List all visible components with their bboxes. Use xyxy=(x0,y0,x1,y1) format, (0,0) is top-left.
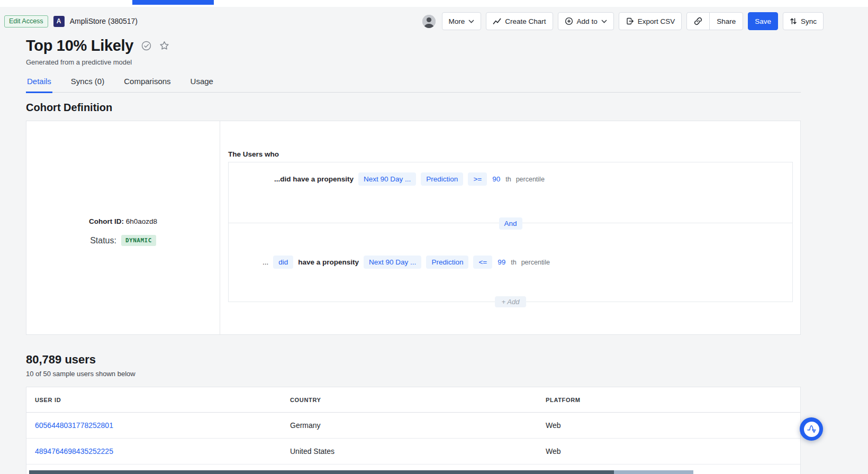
cohort-status-line: Status: DYNAMIC xyxy=(26,235,220,246)
condition-row: ...did have a propensityNext 90 Day ...P… xyxy=(274,172,545,186)
horizontal-scrollbar-thumb[interactable] xyxy=(29,470,614,474)
sync-arrows-icon xyxy=(790,17,797,25)
cohort-id-value: 6h0aozd8 xyxy=(126,217,157,225)
condition-token-muted: percentile xyxy=(521,259,550,266)
condition-token-pill[interactable]: Next 90 Day ... xyxy=(364,256,421,269)
condition-row: ...didhave a propensityNext 90 Day ...Pr… xyxy=(263,256,550,269)
amplitude-logo-icon xyxy=(804,422,819,437)
user-avatar[interactable] xyxy=(422,15,436,28)
workspace-avatar[interactable]: A xyxy=(53,16,65,27)
save-button[interactable]: Save xyxy=(748,12,778,30)
condition-token-value[interactable]: 90 xyxy=(492,172,501,186)
amplitude-assistant-button[interactable] xyxy=(800,417,823,441)
person-icon xyxy=(422,15,436,28)
cohort-id-line: Cohort ID: 6h0aozd8 xyxy=(26,217,220,225)
workspace-name[interactable]: AmpliStore (380517) xyxy=(70,17,138,25)
copy-link-button[interactable] xyxy=(687,13,709,30)
column-header-country: COUNTRY xyxy=(290,397,321,403)
condition-token-pill[interactable]: did xyxy=(273,256,293,269)
line-chart-icon xyxy=(493,17,501,25)
progress-bar xyxy=(132,0,214,5)
add-condition-button[interactable]: + Add xyxy=(495,296,527,307)
add-to-button[interactable]: Add to xyxy=(558,12,614,30)
condition-box: ...did have a propensityNext 90 Day ...P… xyxy=(228,162,793,302)
and-connector[interactable]: And xyxy=(499,217,522,230)
condition-token-muted: th xyxy=(511,259,516,266)
sync-button[interactable]: Sync xyxy=(783,12,824,30)
cohort-details-page: Edit Access A AmpliStore (380517) More C… xyxy=(0,0,868,474)
export-icon xyxy=(626,17,634,25)
table-header-row: USER ID COUNTRY PLATFORM xyxy=(26,387,800,413)
condition-token-pill[interactable]: Next 90 Day ... xyxy=(358,172,416,186)
chevron-down-icon xyxy=(601,20,607,23)
country-cell: Germany xyxy=(290,421,321,430)
condition-group-1: ...did have a propensityNext 90 Day ...P… xyxy=(229,162,792,223)
top-strip xyxy=(0,0,868,7)
tab-bar: Details Syncs (0) Comparisons Usage xyxy=(26,74,801,93)
add-to-label: Add to xyxy=(577,17,598,25)
users-count-heading: 80,789 users xyxy=(26,353,96,367)
sync-label: Sync xyxy=(801,17,817,25)
users-sample-note: 10 of 50 sample users shown below xyxy=(26,370,135,378)
share-button-group: Share xyxy=(686,12,743,30)
column-header-platform: PLATFORM xyxy=(546,397,581,403)
users-who-label: The Users who xyxy=(228,150,279,158)
cohort-id-label: Cohort ID: xyxy=(89,217,124,225)
condition-token-muted: th xyxy=(505,176,511,183)
condition-token-pill[interactable]: Prediction xyxy=(421,172,463,186)
page-title: Top 10% Likely xyxy=(26,37,133,54)
title-row: Top 10% Likely xyxy=(26,37,169,54)
tab-usage[interactable]: Usage xyxy=(189,74,214,93)
platform-cell: Web xyxy=(546,421,561,430)
condition-token-bold: have a propensity xyxy=(298,258,359,266)
tab-details[interactable]: Details xyxy=(26,74,52,93)
export-csv-label: Export CSV xyxy=(638,17,675,25)
header-actions: More Create Chart Add to Export CSV Shar… xyxy=(422,12,824,30)
share-label: Share xyxy=(717,17,736,25)
condition-token-pill[interactable]: <= xyxy=(473,256,492,269)
more-label: More xyxy=(449,17,465,25)
condition-token-muted: percentile xyxy=(516,176,545,183)
condition-token-pill[interactable]: Prediction xyxy=(426,256,468,269)
export-csv-button[interactable]: Export CSV xyxy=(619,12,682,30)
star-icon[interactable] xyxy=(159,41,169,51)
page-subtitle: Generated from a predictive model xyxy=(26,58,132,66)
status-badge: DYNAMIC xyxy=(121,235,156,246)
sample-users-table: USER ID COUNTRY PLATFORM 605644803177825… xyxy=(26,387,801,474)
edit-access-badge[interactable]: Edit Access xyxy=(4,15,48,28)
table-row: 4894764698435252225 United States Web xyxy=(26,439,800,464)
condition-token-bold: ...did have a propensity xyxy=(274,175,354,183)
condition-token-value[interactable]: 99 xyxy=(497,256,506,269)
more-button[interactable]: More xyxy=(442,12,482,30)
condition-group-2: ...didhave a propensityNext 90 Day ...Pr… xyxy=(229,223,792,303)
country-cell: United States xyxy=(290,447,334,455)
user-id-link[interactable]: 6056448031778252801 xyxy=(35,421,113,430)
cohort-meta-panel: Cohort ID: 6h0aozd8 Status: DYNAMIC xyxy=(26,121,220,334)
link-icon xyxy=(694,17,702,25)
cohort-definition-heading: Cohort Definition xyxy=(26,102,112,114)
platform-cell: Web xyxy=(546,447,561,455)
user-id-link[interactable]: 4894764698435252225 xyxy=(35,447,113,455)
share-button[interactable]: Share xyxy=(709,13,743,30)
verified-check-icon[interactable] xyxy=(141,41,151,51)
create-chart-button[interactable]: Create Chart xyxy=(486,12,553,30)
chevron-down-icon xyxy=(468,20,474,23)
table-row: 6056448031778252801 Germany Web xyxy=(26,413,800,439)
column-header-user-id: USER ID xyxy=(35,397,61,403)
cohort-definition-card: Cohort ID: 6h0aozd8 Status: DYNAMIC The … xyxy=(26,121,801,335)
horizontal-scrollbar-track[interactable] xyxy=(614,470,693,474)
status-label: Status: xyxy=(90,236,116,245)
tab-comparisons[interactable]: Comparisons xyxy=(123,74,171,93)
tab-syncs[interactable]: Syncs (0) xyxy=(70,74,105,93)
condition-token-pill[interactable]: >= xyxy=(468,172,487,186)
save-label: Save xyxy=(755,17,771,25)
plus-circle-icon xyxy=(565,17,573,25)
header-left: Edit Access A AmpliStore (380517) xyxy=(4,12,138,30)
condition-token-plain: ... xyxy=(263,258,268,266)
create-chart-label: Create Chart xyxy=(505,17,546,25)
